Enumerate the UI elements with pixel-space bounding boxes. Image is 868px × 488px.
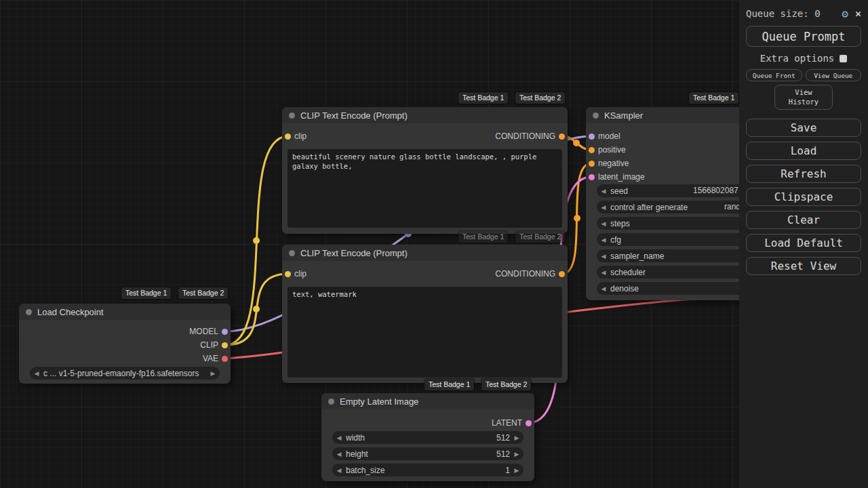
increment-arrow-icon[interactable]: ▶	[510, 451, 524, 458]
port-label: LATENT	[492, 418, 522, 428]
combo-right-arrow-icon[interactable]: ▶	[206, 370, 220, 377]
collapse-dot-icon[interactable]	[593, 113, 599, 119]
decrement-arrow-icon[interactable]: ◀	[332, 434, 346, 441]
link-dot-cond-2[interactable]	[574, 215, 580, 222]
port-dot-clip[interactable]	[285, 271, 291, 277]
node-clip-text-encode-positive[interactable]: CLIP Text Encode (Prompt) clip CONDITION…	[282, 107, 568, 234]
ckpt-name-combo[interactable]: ◀ c ... v1-5-pruned-emaonly-fp16.safeten…	[30, 367, 220, 380]
collapse-dot-icon[interactable]	[289, 250, 295, 256]
port-dot-conditioning[interactable]	[559, 134, 565, 140]
decrement-arrow-icon[interactable]: ◀	[597, 285, 610, 292]
node-title: Load Checkpoint	[37, 307, 104, 317]
port-dot-model[interactable]	[222, 329, 228, 335]
output-port-conditioning[interactable]: CONDITIONING	[495, 130, 568, 142]
collapse-dot-icon[interactable]	[328, 399, 334, 405]
output-port-model[interactable]: MODEL	[189, 325, 231, 338]
extra-options-label: Extra options	[760, 53, 835, 64]
decrement-arrow-icon[interactable]: ◀	[597, 269, 610, 276]
prompt-textarea[interactable]: text, watermark	[288, 287, 562, 378]
input-port-clip[interactable]: clip	[282, 130, 307, 142]
port-dot-conditioning[interactable]	[559, 271, 565, 277]
decrement-arrow-icon[interactable]: ◀	[597, 204, 610, 211]
decrement-arrow-icon[interactable]: ◀	[597, 253, 610, 260]
view-queue-button[interactable]: View Queue	[806, 69, 862, 81]
link-dot-cond-1[interactable]	[573, 140, 580, 146]
badge-load-checkpoint-1: Test Badge 1	[121, 287, 171, 299]
widget-name: batch_size	[346, 466, 505, 475]
port-dot-clip[interactable]	[285, 134, 291, 140]
input-port-positive[interactable]: positive	[586, 144, 626, 156]
port-dot-conditioning[interactable]	[589, 161, 595, 167]
collapse-dot-icon[interactable]	[289, 113, 295, 119]
prompt-textarea[interactable]: beautiful scenery nature glass bottle la…	[288, 149, 562, 228]
load-button[interactable]: Load	[746, 142, 861, 160]
load-default-button[interactable]: Load Default	[746, 234, 861, 252]
node-load-checkpoint[interactable]: Load Checkpoint MODEL CLIP VAE ◀ c ... v…	[19, 304, 231, 384]
port-dot-clip[interactable]	[222, 342, 228, 348]
height-widget[interactable]: ◀ height 512 ▶	[332, 447, 524, 460]
queue-front-button[interactable]: Queue Front	[746, 69, 802, 81]
input-port-latent-image[interactable]: latent_image	[586, 171, 645, 183]
link-dot-clip-1[interactable]	[253, 237, 260, 244]
width-widget[interactable]: ◀ width 512 ▶	[332, 431, 524, 444]
decrement-arrow-icon[interactable]: ◀	[597, 188, 610, 195]
badge-load-checkpoint-2: Test Badge 2	[178, 287, 228, 299]
decrement-arrow-icon[interactable]: ◀	[332, 451, 346, 458]
collapse-dot-icon[interactable]	[26, 309, 32, 315]
clear-button[interactable]: Clear	[746, 211, 861, 229]
node-title: CLIP Text Encode (Prompt)	[300, 110, 408, 121]
input-port-negative[interactable]: negative	[586, 157, 629, 169]
badge-clip-positive-1: Test Badge 1	[458, 92, 508, 104]
node-graph-canvas[interactable]: Load Checkpoint MODEL CLIP VAE ◀ c ... v…	[0, 0, 868, 488]
badge-empty-latent-2: Test Badge 2	[481, 379, 531, 390]
input-port-model[interactable]: model	[586, 130, 620, 142]
combo-left-arrow-icon[interactable]: ◀	[30, 370, 43, 377]
port-dot-model[interactable]	[589, 134, 595, 140]
comfy-menu: Queue size: 0 ⚙ ✕ Queue Prompt Extra opt…	[739, 0, 868, 488]
batch-size-widget[interactable]: ◀ batch_size 1 ▶	[332, 464, 524, 476]
widget-name: width	[346, 433, 496, 443]
save-button[interactable]: Save	[746, 119, 861, 137]
port-label: CONDITIONING	[495, 131, 555, 141]
node-title-bar[interactable]: CLIP Text Encode (Prompt)	[282, 107, 568, 123]
badge-clip-negative-1: Test Badge 1	[458, 231, 508, 243]
decrement-arrow-icon[interactable]: ◀	[597, 237, 610, 243]
port-dot-conditioning[interactable]	[589, 147, 595, 153]
input-port-clip[interactable]: clip	[282, 268, 307, 280]
port-label: latent_image	[598, 172, 645, 182]
node-title-bar[interactable]: CLIP Text Encode (Prompt)	[282, 245, 568, 261]
reset-view-button[interactable]: Reset View	[746, 257, 861, 275]
port-label: clip	[294, 269, 307, 279]
port-dot-latent[interactable]	[526, 420, 532, 426]
extra-options-checkbox[interactable]	[840, 55, 847, 62]
node-title: CLIP Text Encode (Prompt)	[300, 248, 408, 258]
widget-value: 1	[505, 466, 510, 475]
settings-gear-icon[interactable]: ⚙	[842, 7, 848, 20]
clipspace-button[interactable]: Clipspace	[746, 188, 861, 206]
view-history-button[interactable]: View History	[774, 85, 833, 110]
node-title: Empty Latent Image	[340, 396, 418, 407]
output-port-clip[interactable]: CLIP	[200, 339, 231, 351]
ckpt-name-value: c ... v1-5-pruned-emaonly-fp16.safetenso…	[43, 369, 206, 378]
queue-prompt-button[interactable]: Queue Prompt	[746, 26, 861, 47]
node-empty-latent-image[interactable]: Empty Latent Image LATENT ◀ width 512 ▶ …	[321, 393, 534, 481]
port-label: negative	[598, 159, 629, 168]
node-title-bar[interactable]: Empty Latent Image	[321, 393, 534, 409]
port-label: CONDITIONING	[495, 269, 555, 279]
output-port-vae[interactable]: VAE	[203, 352, 231, 365]
refresh-button[interactable]: Refresh	[746, 165, 861, 183]
output-port-latent[interactable]: LATENT	[492, 417, 534, 429]
decrement-arrow-icon[interactable]: ◀	[332, 467, 346, 474]
close-icon[interactable]: ✕	[855, 7, 861, 20]
increment-arrow-icon[interactable]: ▶	[510, 467, 524, 474]
output-port-conditioning[interactable]: CONDITIONING	[495, 268, 568, 280]
node-title-bar[interactable]: Load Checkpoint	[19, 304, 231, 320]
widget-value: 512	[496, 449, 510, 459]
link-dot-clip-2[interactable]	[253, 306, 260, 312]
decrement-arrow-icon[interactable]: ◀	[597, 220, 610, 227]
node-clip-text-encode-negative[interactable]: CLIP Text Encode (Prompt) clip CONDITION…	[282, 245, 568, 383]
port-label: positive	[598, 145, 626, 155]
increment-arrow-icon[interactable]: ▶	[510, 434, 524, 441]
port-dot-vae[interactable]	[222, 356, 228, 362]
port-dot-latent[interactable]	[589, 174, 595, 180]
